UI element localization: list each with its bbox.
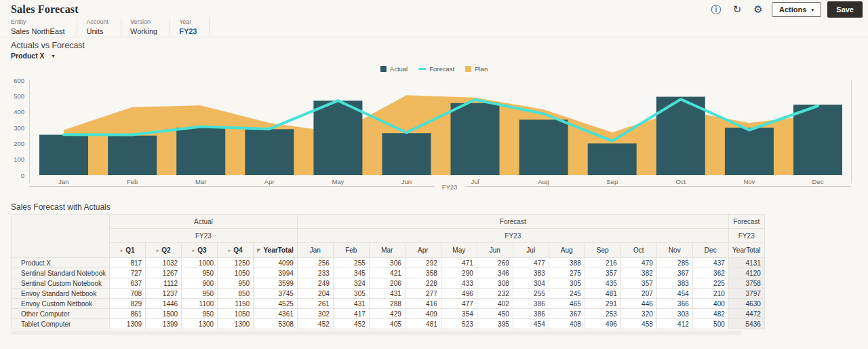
pov-member-value[interactable]: FY23 [179, 27, 197, 35]
data-cell[interactable]: 303 [656, 309, 692, 319]
data-cell[interactable]: 477 [513, 258, 549, 268]
column-header-q3[interactable]: ▸Q3 [182, 243, 218, 258]
data-cell[interactable]: 1500 [146, 309, 182, 319]
data-cell[interactable]: 256 [297, 258, 333, 268]
actual-bar-jul[interactable] [451, 103, 500, 175]
actual-bar-sep[interactable] [588, 143, 637, 175]
data-cell[interactable]: 446 [620, 299, 656, 309]
data-cell[interactable]: 496 [441, 289, 477, 299]
column-header-oct[interactable]: Oct [620, 243, 656, 258]
data-cell[interactable]: 950 [182, 309, 218, 319]
data-cell[interactable]: 1100 [182, 299, 218, 309]
data-cell[interactable]: 324 [333, 278, 369, 289]
scenario-group-header[interactable]: Actual [110, 215, 298, 229]
scenario-group-header[interactable]: Forecast [728, 215, 764, 229]
data-cell[interactable]: 452 [333, 319, 369, 329]
data-cell[interactable]: 346 [477, 268, 513, 278]
data-cell[interactable]: 285 [656, 258, 692, 268]
data-cell[interactable]: 829 [110, 299, 146, 309]
scenario-group-header[interactable]: Forecast [297, 215, 728, 229]
data-cell[interactable]: 354 [441, 309, 477, 319]
data-cell[interactable]: 261 [297, 299, 333, 309]
actual-bar-jun[interactable] [382, 133, 431, 175]
actual-bar-aug[interactable] [519, 120, 568, 175]
data-cell[interactable]: 496 [585, 319, 620, 329]
data-cell[interactable]: 500 [692, 319, 728, 329]
data-cell[interactable]: 308 [477, 278, 513, 289]
pov-member-value[interactable]: Sales NorthEast [11, 27, 64, 35]
data-cell[interactable]: 5436 [728, 319, 764, 329]
data-cell[interactable]: 233 [297, 268, 333, 278]
data-cell[interactable]: 1032 [146, 258, 182, 268]
settings-gear-icon[interactable]: ⚙ [751, 2, 766, 17]
data-cell[interactable]: 454 [513, 319, 549, 329]
data-cell[interactable]: 225 [692, 278, 728, 289]
column-header-apr[interactable]: Apr [405, 243, 441, 258]
pov-item-entity[interactable]: EntitySales NorthEast [11, 18, 77, 35]
data-cell[interactable]: 458 [620, 319, 656, 329]
data-cell[interactable]: 433 [441, 278, 477, 289]
data-cell[interactable]: 320 [620, 309, 656, 319]
data-cell[interactable]: 477 [441, 299, 477, 309]
row-header-member[interactable]: Other Computer [12, 309, 110, 319]
data-cell[interactable]: 4472 [728, 309, 764, 319]
data-cell[interactable]: 357 [585, 268, 620, 278]
data-cell[interactable]: 3797 [728, 289, 764, 299]
column-header-yeartotal[interactable]: ◤YearTotal [254, 243, 298, 258]
data-cell[interactable]: 228 [405, 278, 441, 289]
column-header-mar[interactable]: Mar [369, 243, 405, 258]
data-cell[interactable]: 1399 [146, 319, 182, 329]
data-cell[interactable]: 291 [585, 299, 620, 309]
data-cell[interactable]: 431 [333, 299, 369, 309]
data-cell[interactable]: 253 [585, 309, 620, 319]
data-cell[interactable]: 1250 [218, 258, 254, 268]
actual-bar-apr[interactable] [245, 129, 294, 175]
data-cell[interactable]: 3994 [254, 268, 298, 278]
data-cell[interactable]: 479 [620, 258, 656, 268]
data-cell[interactable]: 207 [620, 289, 656, 299]
column-header-yeartotal[interactable]: YearTotal [728, 243, 764, 258]
data-cell[interactable]: 386 [513, 309, 549, 319]
legend-item-plan[interactable]: Plan [465, 65, 488, 73]
actual-bar-may[interactable] [313, 100, 362, 175]
data-cell[interactable]: 304 [513, 278, 549, 289]
data-cell[interactable]: 292 [405, 258, 441, 268]
year-group-header[interactable]: FY23 [297, 229, 728, 243]
column-header-dec[interactable]: Dec [692, 243, 728, 258]
collapse-icon[interactable]: ◤ [257, 248, 260, 253]
refresh-icon[interactable]: ↻ [730, 2, 745, 17]
data-cell[interactable]: 1267 [146, 268, 182, 278]
data-cell[interactable]: 306 [369, 258, 405, 268]
data-cell[interactable]: 637 [110, 278, 146, 289]
actual-bar-feb[interactable] [108, 136, 157, 175]
data-cell[interactable]: 416 [405, 299, 441, 309]
column-header-q1[interactable]: ▸Q1 [110, 243, 146, 258]
data-cell[interactable]: 408 [549, 319, 585, 329]
legend-item-forecast[interactable]: Forecast [418, 65, 454, 73]
data-cell[interactable]: 1050 [218, 268, 254, 278]
data-cell[interactable]: 465 [549, 299, 585, 309]
data-cell[interactable]: 305 [549, 278, 585, 289]
data-cell[interactable]: 523 [441, 319, 477, 329]
column-header-nov[interactable]: Nov [656, 243, 692, 258]
data-cell[interactable]: 454 [656, 289, 692, 299]
data-cell[interactable]: 950 [182, 289, 218, 299]
data-cell[interactable]: 388 [549, 258, 585, 268]
actual-bar-jan[interactable] [39, 135, 88, 176]
data-cell[interactable]: 3599 [254, 278, 298, 289]
data-cell[interactable]: 255 [333, 258, 369, 268]
data-cell[interactable]: 437 [692, 258, 728, 268]
pov-item-account[interactable]: AccountUnits [86, 18, 121, 35]
data-cell[interactable]: 727 [110, 268, 146, 278]
data-cell[interactable]: 1309 [110, 319, 146, 329]
data-cell[interactable]: 4361 [254, 309, 298, 319]
data-cell[interactable]: 900 [182, 278, 218, 289]
data-cell[interactable]: 4525 [254, 299, 298, 309]
data-cell[interactable]: 1300 [218, 319, 254, 329]
data-cell[interactable]: 471 [441, 258, 477, 268]
data-cell[interactable]: 1050 [218, 309, 254, 319]
row-header-member[interactable]: Sentinal Standard Notebook [12, 268, 110, 278]
data-cell[interactable]: 402 [477, 299, 513, 309]
actual-bar-nov[interactable] [725, 128, 774, 175]
data-cell[interactable]: 245 [549, 289, 585, 299]
